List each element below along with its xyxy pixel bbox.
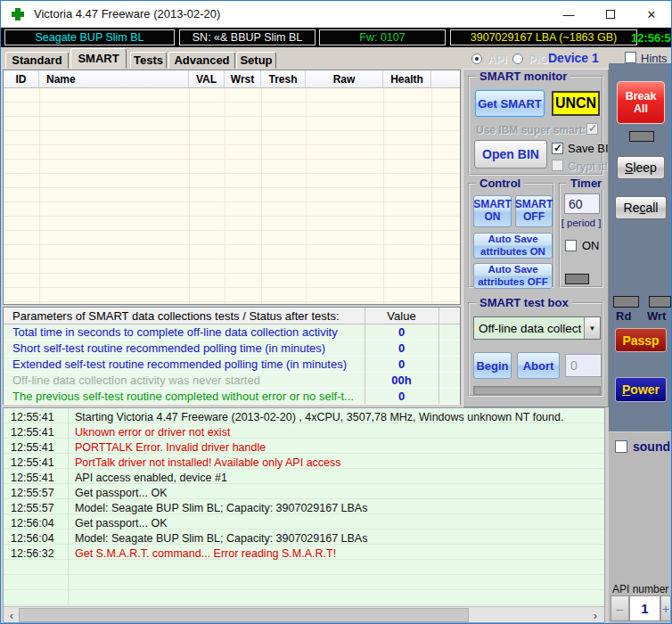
drive-info-bar: Seagate BUP Slim BL SN: «& BBUP Slim BL … xyxy=(1,28,671,47)
minus-icon: – xyxy=(617,602,624,616)
close-button[interactable]: ✕ xyxy=(631,1,672,28)
maximize-button[interactable] xyxy=(590,1,631,28)
param-text: Total time in seconds to complete off-li… xyxy=(12,325,338,339)
auto-save-on-button[interactable]: Auto Save attributes ON xyxy=(473,233,553,259)
begin-button[interactable]: Begin xyxy=(473,352,512,379)
pio-radio[interactable] xyxy=(512,53,523,64)
smart-on-button[interactable]: SMART ON xyxy=(473,195,512,227)
log-entry: 12:55:41 PORTTALK Error. Invalid driver … xyxy=(4,440,604,456)
drive-model: Seagate BUP Slim BL xyxy=(4,29,175,45)
scroll-left-icon[interactable]: ‹ xyxy=(4,608,19,622)
log-time: 12:55:57 xyxy=(11,487,54,499)
save-bin-checkbox[interactable] xyxy=(552,143,563,154)
smart-control-panel: SMART monitor Get SMART UNCN Use IBM sup… xyxy=(463,69,609,407)
test-counter-input[interactable] xyxy=(565,354,602,377)
log-time: 12:56:04 xyxy=(11,532,54,545)
column-header-wrst[interactable]: Wrst xyxy=(225,70,261,87)
recall-label-post: all xyxy=(645,201,658,215)
column-header-tresh[interactable]: Tresh xyxy=(261,70,306,87)
tab-advanced[interactable]: Advanced xyxy=(168,52,235,69)
title-bar: Victoria 4.47 Freeware (2013-02-20) — ✕ xyxy=(1,1,671,28)
break-led xyxy=(629,131,654,142)
api-radio-label: API xyxy=(488,53,507,66)
param-value: 0 xyxy=(365,341,438,355)
param-row: Extended self-test routine recommended p… xyxy=(4,357,460,373)
param-row: The previous self-test routine completed… xyxy=(4,389,460,405)
timer-led xyxy=(565,274,589,284)
write-led-label: Wrt xyxy=(647,309,666,323)
log-entry: 12:55:41 Starting Victoria 4.47 Freeware… xyxy=(4,410,604,425)
test-select[interactable]: Off-line data collect ▼ xyxy=(473,316,601,340)
smart-off-button[interactable]: SMART OFF xyxy=(515,195,553,227)
crypt-it-label: Crypt it! xyxy=(568,160,608,173)
column-header-val[interactable]: VAL xyxy=(189,70,225,87)
device-label: Device 1 xyxy=(548,51,599,65)
params-divider xyxy=(438,308,439,404)
log-panel: 12:55:41 Starting Victoria 4.47 Freeware… xyxy=(3,407,605,623)
sleep-button[interactable]: Sleep xyxy=(617,156,665,179)
api-number-value: 1 xyxy=(629,595,660,621)
grid-line xyxy=(39,88,40,304)
log-horizontal-scrollbar[interactable]: ‹ › xyxy=(4,606,604,622)
tab-standard[interactable]: Standard xyxy=(5,52,69,69)
param-row: Short self-test routine recommended poll… xyxy=(4,341,460,357)
log-entry: 12:56:04 Get passport... OK xyxy=(4,516,604,531)
params-header-label: Parameters of SMART data collections tes… xyxy=(12,309,340,323)
api-radio[interactable] xyxy=(471,53,482,64)
grid-line xyxy=(306,88,307,304)
drive-capacity: 3907029167 LBA (~1863 GB) xyxy=(450,29,637,45)
api-number-increment-button[interactable]: + xyxy=(660,595,671,621)
smart-test-box-title: SMART test box xyxy=(476,296,572,309)
control-group: Control SMART ON SMART OFF Auto Save att… xyxy=(468,183,554,288)
tab-tests[interactable]: Tests xyxy=(130,52,167,69)
open-bin-button[interactable]: Open BIN xyxy=(474,140,547,168)
passport-button[interactable]: Passp xyxy=(615,328,667,352)
scroll-right-icon[interactable]: › xyxy=(588,608,602,622)
test-select-arrow-button[interactable]: ▼ xyxy=(584,317,600,339)
crypt-it-checkbox[interactable] xyxy=(552,160,563,171)
column-header-id[interactable]: ID xyxy=(4,70,39,87)
column-header-raw[interactable]: Raw xyxy=(306,70,383,87)
param-text: The previous self-test routine completed… xyxy=(12,390,354,403)
api-number-label: API number xyxy=(612,583,668,595)
timer-on-checkbox[interactable] xyxy=(565,240,577,251)
param-text: Short self-test routine recommended poll… xyxy=(12,341,325,355)
plus-icon: + xyxy=(662,602,669,616)
power-button[interactable]: Power xyxy=(615,377,667,402)
use-ibm-checkbox[interactable] xyxy=(586,123,598,135)
auto-save-off-button[interactable]: Auto Save attributes OFF xyxy=(473,263,553,289)
smart-attributes-table: ID Name VAL Wrst Tresh Raw Health xyxy=(3,70,461,305)
break-all-button[interactable]: Break All xyxy=(617,81,665,124)
victoria-window: Victoria 4.47 Freeware (2013-02-20) — ✕ … xyxy=(0,0,672,624)
column-header-health[interactable]: Health xyxy=(383,70,431,87)
sound-checkbox[interactable] xyxy=(615,440,627,453)
minimize-button[interactable]: — xyxy=(548,1,589,28)
log-time: 12:55:41 xyxy=(11,441,54,454)
timer-period-input[interactable] xyxy=(564,193,600,214)
log-content: 12:55:41 Starting Victoria 4.47 Freeware… xyxy=(4,408,604,606)
smart-table-header: ID Name VAL Wrst Tresh Raw Health xyxy=(4,70,460,88)
timer-group: Timer [ period ] ON xyxy=(559,183,603,288)
column-header-name[interactable]: Name xyxy=(39,70,189,87)
smart-table-body xyxy=(4,88,460,304)
window-title: Victoria 4.47 Freeware (2013-02-20) xyxy=(34,7,220,21)
tab-setup[interactable]: Setup xyxy=(236,52,276,69)
param-row: Off-line data collection activity was ne… xyxy=(4,373,460,389)
abort-button[interactable]: Abort xyxy=(517,352,560,379)
recall-button[interactable]: Recall xyxy=(615,196,667,219)
grid-line xyxy=(431,88,432,304)
timer-on-label: ON xyxy=(582,239,600,252)
hints-checkbox[interactable] xyxy=(625,52,636,63)
api-number-decrement-button[interactable]: – xyxy=(611,595,629,621)
close-icon: ✕ xyxy=(647,8,657,21)
scrollbar-thumb[interactable] xyxy=(19,608,469,622)
smart-monitor-title: SMART monitor xyxy=(476,70,570,83)
log-message: Get S.M.A.R.T. command... Error reading … xyxy=(75,547,336,560)
recall-label-key: c xyxy=(639,201,645,215)
power-label-key: P xyxy=(622,382,630,397)
log-message: Model: Seagate BUP Slim BL; Capacity: 39… xyxy=(75,532,367,545)
tab-smart[interactable]: SMART xyxy=(70,48,127,69)
log-time: 12:55:41 xyxy=(11,472,54,484)
get-smart-button[interactable]: Get SMART xyxy=(475,90,545,117)
read-led xyxy=(613,296,639,308)
